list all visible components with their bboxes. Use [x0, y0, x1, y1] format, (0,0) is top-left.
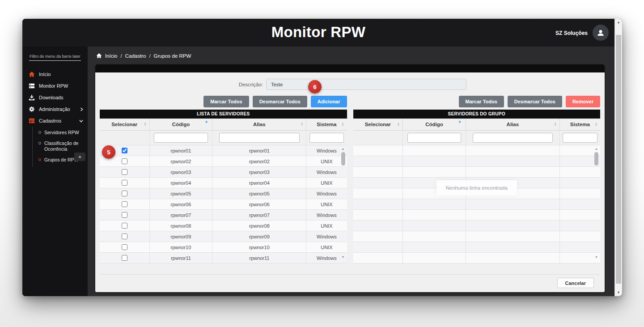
alias-cell: rpwnor11: [212, 253, 306, 263]
group-table-title: SERVIDORES DO GRUPO: [353, 110, 601, 119]
sidebar-item-monitor-rpw[interactable]: Monitor RPW: [22, 80, 88, 92]
select-all-group-button[interactable]: Marcar Todos: [459, 96, 504, 107]
server-row[interactable]: rpwnor01rpwnor01Windows: [100, 145, 347, 156]
scroll-down-icon[interactable]: ▼: [341, 255, 346, 259]
deselect-all-servers-button[interactable]: Desmarcar Todos: [253, 96, 307, 107]
row-checkbox[interactable]: [122, 244, 127, 250]
breadcrumb-separator: /: [149, 53, 150, 59]
codigo-cell: rpwnor04: [149, 178, 212, 188]
column-header-sistema[interactable]: Sistema ▲▼: [306, 119, 347, 130]
column-header-selecionar[interactable]: Selecionar ▲▼: [353, 119, 403, 130]
deselect-all-group-button[interactable]: Desmarcar Todos: [508, 96, 562, 107]
sidebar-item-cadastros[interactable]: Cadastros: [22, 115, 88, 127]
select-all-servers-button[interactable]: Marcar Todos: [203, 96, 249, 107]
servers-table-body: rpwnor01rpwnor01Windowsrpwnor02rpwnor02U…: [100, 145, 347, 263]
row-checkbox[interactable]: [122, 191, 127, 196]
column-header-codigo[interactable]: Código ▲: [402, 119, 466, 130]
column-header-sistema[interactable]: Sistema ▲▼: [559, 119, 600, 130]
group-table-scrollbar[interactable]: ▲ ▼: [594, 146, 599, 262]
group-form-card: Descrição: Marcar Todos Desmarcar Todos …: [95, 64, 605, 292]
codigo-filter-input[interactable]: [407, 133, 461, 143]
alias-filter-input[interactable]: [473, 133, 553, 143]
alias-filter-input[interactable]: [219, 133, 300, 143]
row-checkbox[interactable]: [122, 234, 127, 239]
sistema-filter-input[interactable]: [563, 133, 597, 143]
empty-cell: [402, 210, 466, 220]
breadcrumb-inicio[interactable]: Início: [105, 53, 118, 59]
scroll-thumb[interactable]: [341, 152, 345, 166]
server-row[interactable]: rpwnor04rpwnor04UNIX: [100, 178, 347, 188]
home-icon: [96, 53, 102, 59]
submenu-item-label: Classificação de Ocorrência: [44, 140, 85, 153]
remove-button[interactable]: Remover: [566, 96, 600, 107]
gears-icon: [28, 106, 35, 112]
scroll-down-icon[interactable]: ▼: [615, 290, 622, 295]
codigo-cell: rpwnor08: [149, 221, 212, 231]
toolbar: Marcar Todos Desmarcar Todos Adicionar M…: [100, 96, 600, 107]
server-row[interactable]: rpwnor03rpwnor03Windows: [100, 167, 347, 178]
cancel-button[interactable]: Cancelar: [557, 278, 594, 288]
codigo-filter-input[interactable]: [154, 133, 208, 143]
row-checkbox[interactable]: [122, 180, 127, 186]
empty-cell: [402, 253, 466, 263]
column-header-alias[interactable]: Alias ▲▼: [212, 119, 306, 130]
codigo-cell: rpwnor02: [149, 156, 212, 166]
column-header-alias[interactable]: Alias ▲▼: [466, 119, 559, 130]
description-label: Descrição:: [100, 82, 266, 87]
sidebar-filter-input[interactable]: [29, 53, 81, 61]
card-footer: Cancelar: [100, 274, 600, 292]
scroll-up-icon[interactable]: ▲: [341, 147, 346, 151]
window-scroll-thumb[interactable]: [616, 35, 621, 284]
chevron-right-icon: [80, 107, 83, 111]
user-avatar[interactable]: [593, 25, 609, 41]
alias-cell: rpwnor07: [212, 210, 306, 220]
server-row[interactable]: rpwnor08rpwnor08UNIX: [100, 221, 347, 231]
sidebar-item-downloads[interactable]: Downloads: [22, 92, 88, 103]
row-checkbox[interactable]: [122, 223, 127, 229]
empty-cell: [466, 242, 559, 252]
server-row[interactable]: rpwnor02rpwnor02UNIX: [100, 156, 347, 167]
row-checkbox[interactable]: [122, 148, 127, 153]
column-label: Alias: [253, 122, 266, 127]
bullet-icon: [38, 158, 41, 161]
scroll-thumb[interactable]: [594, 152, 598, 166]
sidebar-item-label: Monitor RPW: [39, 83, 68, 89]
server-row[interactable]: rpwnor07rpwnor07Windows: [100, 210, 347, 221]
step-badge-5: 5: [102, 145, 115, 159]
server-row[interactable]: rpwnor11rpwnor11Windows: [100, 253, 347, 263]
server-row[interactable]: rpwnor10rpwnor10UNIX: [100, 242, 347, 253]
scroll-down-icon[interactable]: ▼: [594, 255, 599, 259]
server-row[interactable]: rpwnor09rpwnor09Windows: [100, 231, 347, 242]
submenu-item-label: Servidores RPW: [44, 130, 79, 136]
servers-table-scrollbar[interactable]: ▲ ▼: [341, 146, 346, 262]
scroll-up-icon[interactable]: ▲: [615, 20, 622, 25]
row-checkbox[interactable]: [122, 169, 127, 175]
empty-cell: [466, 156, 559, 166]
row-checkbox[interactable]: [122, 158, 127, 164]
column-label: Código: [172, 122, 190, 127]
empty-cell: [353, 178, 403, 188]
column-label: Sistema: [570, 122, 590, 127]
sidebar-item-label: Cadastros: [39, 118, 61, 123]
sidebar-item-servidores-rpw[interactable]: Servidores RPW: [33, 127, 88, 138]
sistema-filter-input[interactable]: [309, 133, 344, 143]
server-row[interactable]: rpwnor05rpwnor05Windows: [100, 188, 347, 199]
description-input[interactable]: [266, 79, 466, 90]
window-scrollbar[interactable]: ▲ ▼: [614, 19, 622, 296]
row-checkbox[interactable]: [122, 255, 127, 261]
sidebar-item-administracao[interactable]: Administração: [22, 103, 88, 115]
sidebar-collapse-button[interactable]: «: [74, 153, 85, 161]
row-checkbox[interactable]: [122, 212, 127, 218]
server-row[interactable]: rpwnor06rpwnor06UNIX: [100, 199, 347, 210]
breadcrumb-cadastro[interactable]: Cadastro: [125, 53, 146, 59]
chevron-down-icon: [79, 119, 83, 123]
column-header-codigo[interactable]: Código ▲: [149, 119, 212, 130]
selecionar-cell: [100, 242, 149, 252]
add-button[interactable]: Adicionar: [311, 96, 347, 107]
sidebar-item-inicio[interactable]: Início: [22, 68, 88, 80]
row-checkbox[interactable]: [122, 201, 127, 207]
empty-row: [353, 242, 601, 253]
scroll-up-icon[interactable]: ▲: [594, 147, 599, 151]
empty-cell: [402, 242, 466, 252]
column-header-selecionar[interactable]: Selecionar ▲▼: [100, 119, 149, 130]
